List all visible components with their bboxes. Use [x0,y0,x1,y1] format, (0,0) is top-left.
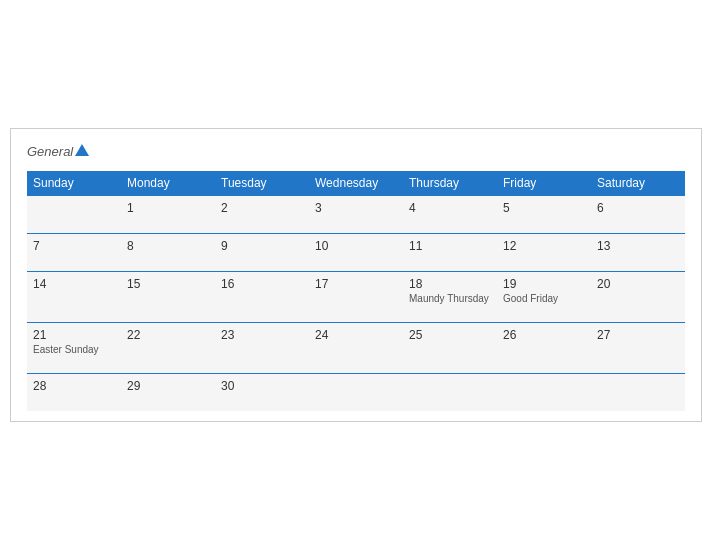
day-cell: 30 [215,374,309,412]
day-number: 12 [503,239,585,253]
col-header-sunday: Sunday [27,171,121,196]
week-row-2: 1415161718Maundy Thursday19Good Friday20 [27,272,685,323]
day-cell [403,374,497,412]
day-cell: 16 [215,272,309,323]
day-number: 2 [221,201,303,215]
day-number: 16 [221,277,303,291]
day-cell: 10 [309,234,403,272]
day-number: 22 [127,328,209,342]
day-number: 28 [33,379,115,393]
day-cell [27,196,121,234]
day-cell [309,374,403,412]
day-cell [591,374,685,412]
day-cell: 25 [403,323,497,374]
calendar-header: General [27,145,685,159]
logo: General [27,145,89,159]
day-number: 29 [127,379,209,393]
day-cell: 17 [309,272,403,323]
day-number: 23 [221,328,303,342]
day-number: 14 [33,277,115,291]
day-number: 8 [127,239,209,253]
day-cell: 9 [215,234,309,272]
calendar-container: General SundayMondayTuesdayWednesdayThur… [10,128,702,422]
col-header-thursday: Thursday [403,171,497,196]
day-number: 3 [315,201,397,215]
day-cell: 6 [591,196,685,234]
day-number: 24 [315,328,397,342]
day-cell: 24 [309,323,403,374]
calendar-tbody: 123456789101112131415161718Maundy Thursd… [27,196,685,412]
day-number: 30 [221,379,303,393]
day-number: 6 [597,201,679,215]
day-number: 27 [597,328,679,342]
day-cell: 13 [591,234,685,272]
day-number: 10 [315,239,397,253]
logo-general-text: General [27,145,89,159]
header-row: SundayMondayTuesdayWednesdayThursdayFrid… [27,171,685,196]
event-label: Maundy Thursday [409,293,491,304]
day-cell: 3 [309,196,403,234]
day-cell: 22 [121,323,215,374]
day-cell: 26 [497,323,591,374]
day-number: 15 [127,277,209,291]
calendar-thead: SundayMondayTuesdayWednesdayThursdayFrid… [27,171,685,196]
col-header-friday: Friday [497,171,591,196]
col-header-wednesday: Wednesday [309,171,403,196]
day-cell [497,374,591,412]
day-number: 5 [503,201,585,215]
day-number: 9 [221,239,303,253]
col-header-tuesday: Tuesday [215,171,309,196]
col-header-saturday: Saturday [591,171,685,196]
day-cell: 29 [121,374,215,412]
day-cell: 12 [497,234,591,272]
week-row-3: 21Easter Sunday222324252627 [27,323,685,374]
day-cell: 18Maundy Thursday [403,272,497,323]
day-number: 17 [315,277,397,291]
day-cell: 19Good Friday [497,272,591,323]
day-cell: 14 [27,272,121,323]
week-row-1: 78910111213 [27,234,685,272]
day-number: 1 [127,201,209,215]
day-number: 11 [409,239,491,253]
logo-triangle-icon [75,144,89,156]
day-cell: 7 [27,234,121,272]
day-cell: 23 [215,323,309,374]
week-row-0: 123456 [27,196,685,234]
day-cell: 15 [121,272,215,323]
day-cell: 8 [121,234,215,272]
day-number: 25 [409,328,491,342]
day-cell: 21Easter Sunday [27,323,121,374]
day-cell: 4 [403,196,497,234]
day-cell: 28 [27,374,121,412]
day-number: 20 [597,277,679,291]
day-cell: 2 [215,196,309,234]
day-cell: 20 [591,272,685,323]
day-number: 26 [503,328,585,342]
day-number: 13 [597,239,679,253]
day-number: 19 [503,277,585,291]
event-label: Easter Sunday [33,344,115,355]
day-number: 4 [409,201,491,215]
day-cell: 5 [497,196,591,234]
calendar-table: SundayMondayTuesdayWednesdayThursdayFrid… [27,171,685,411]
day-number: 18 [409,277,491,291]
event-label: Good Friday [503,293,585,304]
day-cell: 27 [591,323,685,374]
col-header-monday: Monday [121,171,215,196]
day-number: 21 [33,328,115,342]
day-number: 7 [33,239,115,253]
day-cell: 1 [121,196,215,234]
week-row-4: 282930 [27,374,685,412]
day-cell: 11 [403,234,497,272]
